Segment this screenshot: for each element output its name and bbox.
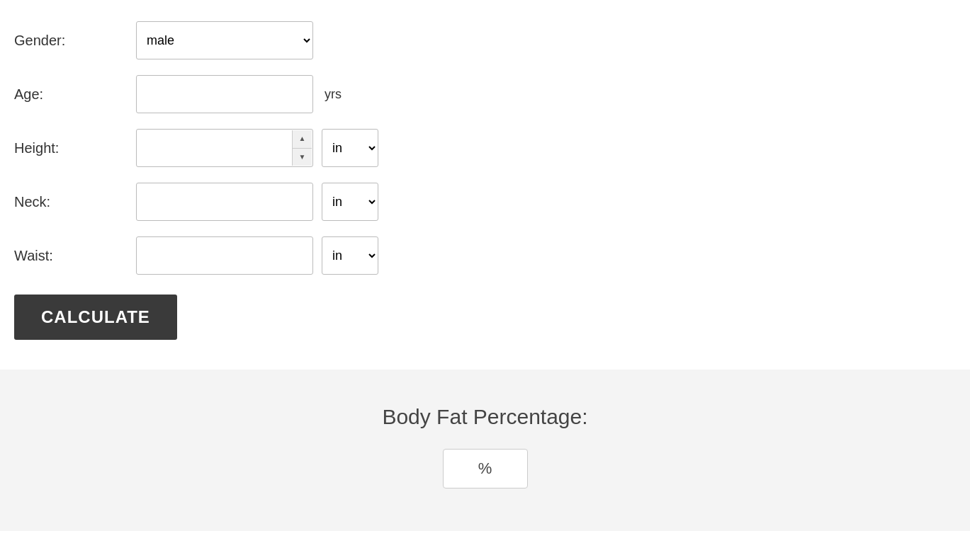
result-title: Body Fat Percentage: [14, 405, 956, 429]
gender-label: Gender: [14, 33, 128, 49]
neck-unit-select[interactable]: in cm [322, 183, 378, 221]
height-row: Height: ▲ ▼ in cm [14, 129, 956, 167]
height-label: Height: [14, 140, 128, 156]
result-value-box: % [443, 449, 528, 488]
calculate-row: CALCULATE [14, 290, 956, 340]
result-value: % [478, 459, 492, 477]
age-suffix: yrs [325, 87, 342, 102]
height-input[interactable] [136, 129, 313, 167]
waist-unit-select[interactable]: in cm [322, 236, 378, 275]
neck-label: Neck: [14, 194, 128, 210]
age-label: Age: [14, 86, 128, 103]
calculate-button[interactable]: CALCULATE [14, 295, 177, 340]
height-unit-select[interactable]: in cm [322, 129, 378, 167]
form-section: Gender: male female Age: yrs Height: ▲ ▼… [0, 0, 970, 370]
gender-select[interactable]: male female [136, 21, 313, 59]
neck-row: Neck: in cm [14, 183, 956, 221]
height-increment-button[interactable]: ▲ [293, 130, 312, 149]
height-spin-buttons: ▲ ▼ [292, 130, 312, 166]
result-section: Body Fat Percentage: % [0, 370, 970, 531]
waist-label: Waist: [14, 248, 128, 264]
neck-input[interactable] [136, 183, 313, 221]
height-decrement-button[interactable]: ▼ [293, 149, 312, 166]
gender-row: Gender: male female [14, 21, 956, 59]
height-input-wrapper: ▲ ▼ [136, 129, 313, 167]
waist-row: Waist: in cm [14, 236, 956, 275]
waist-input[interactable] [136, 236, 313, 275]
age-row: Age: yrs [14, 75, 956, 113]
age-input[interactable] [136, 75, 313, 113]
